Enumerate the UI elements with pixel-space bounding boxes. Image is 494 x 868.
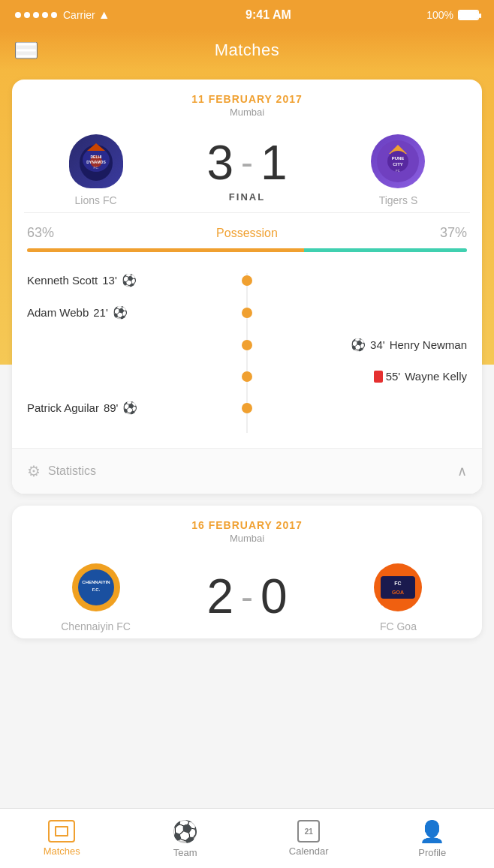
match-header-2: 16 FEBRUARY 2017 Mumbai — [12, 506, 482, 553]
match-location-1: Mumbai — [27, 107, 467, 118]
home-team-name-1: Lions FC — [75, 194, 117, 206]
event-minute-4: 55' — [386, 370, 401, 383]
match-score-row-2: CHENNAIYIN F.C. Chennaiyin FC 2 - 0 — [12, 553, 482, 638]
timeline-event-1: Kenneth Scott 13' ⚽ — [27, 273, 467, 287]
status-time: 9:41 AM — [245, 8, 291, 22]
score-block-2: 2 - 0 — [164, 572, 330, 620]
battery-percentage: 100% — [426, 9, 453, 21]
signal-dot-1 — [15, 12, 21, 18]
chennaiyin-fc-logo: CHENNAIYIN F.C. — [70, 561, 122, 614]
menu-button[interactable] — [15, 42, 38, 59]
score-separator-2: - — [241, 576, 253, 617]
hamburger-line-1 — [17, 44, 36, 46]
home-team-name-2: Chennaiyin FC — [61, 620, 131, 632]
possession-home-pct: 63% — [27, 225, 54, 241]
event-player-1: Kenneth Scott — [27, 274, 98, 287]
possession-bar-away — [304, 248, 467, 252]
battery-fill — [459, 11, 477, 19]
score-block-1: 3 - 1 FINAL — [164, 139, 330, 203]
match-date-2: 16 FEBRUARY 2017 — [27, 519, 467, 531]
event-player-4: Wayne Kelly — [405, 370, 467, 383]
timeline-event-4: 55' Wayne Kelly — [27, 370, 467, 383]
page-title: Matches — [215, 41, 280, 60]
away-team-logo-1: PUNE CITY FC — [371, 134, 425, 188]
nav-profile[interactable]: 👤 Profile — [371, 809, 495, 868]
svg-text:GOA: GOA — [392, 590, 404, 595]
match-score-row-1: DELHI DYNAMOS F.C. Lions FC 3 - 1 FINAL — [12, 127, 482, 212]
profile-nav-icon: 👤 — [419, 819, 445, 844]
score-separator-1: - — [241, 142, 253, 183]
fc-goa-logo: FC GOA — [372, 561, 424, 614]
svg-text:FC: FC — [396, 169, 400, 173]
event-player-5: Patrick Aguilar — [27, 401, 99, 414]
event-player-2: Adam Webb — [27, 306, 89, 319]
svg-text:F.C.: F.C. — [93, 166, 98, 170]
event-minute-2: 21' — [93, 306, 108, 319]
svg-text:DELHI: DELHI — [90, 155, 102, 159]
status-left: Carrier ▲ — [15, 8, 110, 22]
match-header-1: 11 FEBRUARY 2017 Mumbai — [12, 80, 482, 127]
calendar-day-number: 21 — [305, 827, 313, 836]
goal-icon-5: ⚽ — [122, 401, 137, 415]
signal-dot-2 — [24, 12, 30, 18]
home-team-logo-1: DELHI DYNAMOS F.C. — [69, 134, 123, 188]
pune-city-logo: PUNE CITY FC — [374, 137, 422, 185]
possession-row-1: 63% Possession 37% — [27, 225, 467, 241]
stats-icon: ⚙ — [27, 462, 41, 480]
svg-text:F.C.: F.C. — [92, 587, 100, 592]
match-location-2: Mumbai — [27, 533, 467, 544]
possession-section-1: 63% Possession 37% — [12, 213, 482, 261]
calendar-nav-icon: 21 — [297, 820, 320, 842]
event-player-3: Henry Newman — [390, 338, 467, 351]
nav-team-label: Team — [173, 847, 197, 858]
home-team-block-1: DELHI DYNAMOS F.C. Lions FC — [27, 134, 164, 206]
main-content: 11 FEBRUARY 2017 Mumbai DELHI DYNAMOS F.… — [0, 71, 494, 806]
nav-team[interactable]: ⚽ Team — [124, 809, 248, 868]
timeline-event-2: Adam Webb 21' ⚽ — [27, 305, 467, 320]
away-score-2: 0 — [261, 572, 288, 620]
away-team-logo-2: FC GOA — [371, 560, 425, 614]
nav-profile-label: Profile — [418, 847, 446, 858]
bottom-nav: Matches ⚽ Team 21 Calendar 👤 Profile — [0, 808, 494, 868]
event-dot-5 — [242, 403, 252, 413]
event-minute-5: 89' — [104, 401, 119, 414]
home-score-2: 2 — [206, 572, 233, 620]
svg-text:PUNE: PUNE — [392, 156, 405, 161]
away-team-block-1: PUNE CITY FC Tigers S — [330, 134, 467, 206]
svg-rect-18 — [381, 576, 415, 599]
signal-dot-4 — [42, 12, 48, 18]
status-bar: Carrier ▲ 9:41 AM 100% — [0, 0, 494, 30]
timeline-event-3: ⚽ 34' Henry Newman — [27, 338, 467, 352]
matches-nav-icon — [48, 820, 75, 842]
app-header: Matches — [0, 30, 494, 71]
svg-text:CHENNAIYIN: CHENNAIYIN — [82, 580, 110, 584]
possession-bar-home — [27, 248, 304, 252]
possession-bar — [27, 248, 467, 252]
wifi-icon: ▲ — [98, 8, 110, 22]
nav-matches[interactable]: Matches — [0, 809, 124, 868]
red-card-icon — [374, 371, 383, 383]
match-card-2: 16 FEBRUARY 2017 Mumbai CHENNAIYIN F.C. … — [12, 506, 482, 638]
goal-icon-1: ⚽ — [122, 273, 137, 287]
nav-matches-label: Matches — [44, 845, 80, 857]
team-nav-icon: ⚽ — [172, 819, 198, 844]
away-team-block-2: FC GOA FC Goa — [330, 560, 467, 632]
match-date-1: 11 FEBRUARY 2017 — [27, 93, 467, 105]
stats-label: Statistics — [48, 464, 96, 478]
event-dot-3 — [242, 340, 252, 350]
event-dot-1 — [242, 275, 252, 286]
nav-calendar-label: Calendar — [289, 845, 329, 857]
match-status-1: FINAL — [229, 191, 265, 203]
carrier-label: Carrier — [63, 9, 95, 21]
event-minute-1: 13' — [102, 274, 117, 287]
away-team-name-1: Tigers S — [379, 194, 418, 206]
possession-away-pct: 37% — [440, 225, 467, 241]
nav-calendar[interactable]: 21 Calendar — [247, 809, 371, 868]
statistics-row-1[interactable]: ⚙ Statistics ∧ — [12, 448, 482, 494]
possession-label: Possession — [216, 227, 278, 240]
svg-text:CITY: CITY — [393, 162, 404, 167]
home-team-logo-2: CHENNAIYIN F.C. — [69, 560, 123, 614]
match-card-1: 11 FEBRUARY 2017 Mumbai DELHI DYNAMOS F.… — [12, 80, 482, 494]
home-team-block-2: CHENNAIYIN F.C. Chennaiyin FC — [27, 560, 164, 632]
signal-dot-3 — [33, 12, 39, 18]
